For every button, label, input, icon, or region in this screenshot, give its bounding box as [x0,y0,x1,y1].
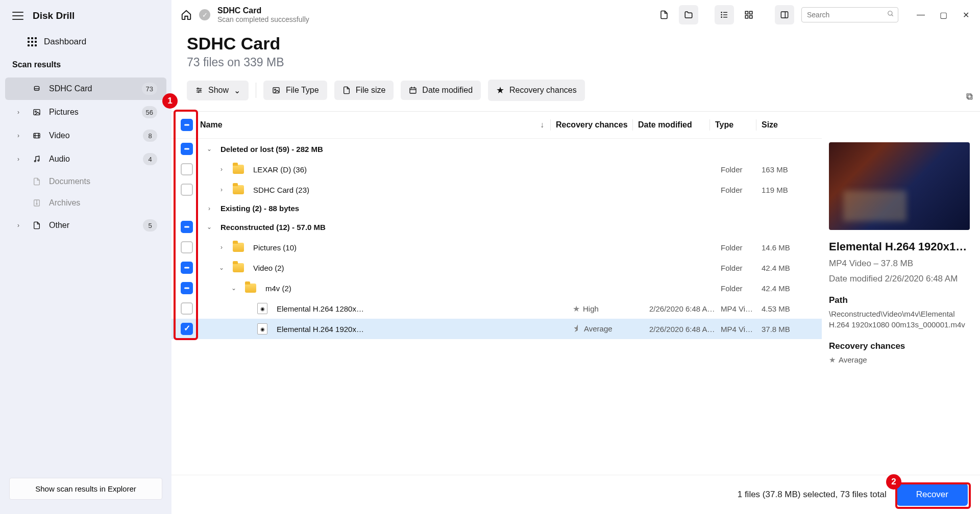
table-group-row[interactable]: ⌄Reconstructed (12) - 57.0 MB [172,217,822,237]
annotation-number-2: 2 [886,474,901,490]
sidebar-item-audio[interactable]: ›Audio4 [5,148,166,170]
table-group-row[interactable]: ⌄Deleted or lost (59) - 282 MB [172,139,822,159]
row-name: Elemental H.264 1920x… [277,325,364,333]
row-checkbox[interactable] [181,184,193,196]
filetype-filter-button[interactable]: File Type [263,81,327,100]
search-input[interactable] [801,7,898,22]
recovery-filter-button[interactable]: ★ Recovery chances [488,80,585,101]
svg-line-25 [892,15,893,16]
folder-view-icon[interactable] [679,5,698,24]
sidebar-item-count: 73 [142,83,157,95]
expand-toggle-icon[interactable]: ⌄ [229,285,239,292]
row-checkbox[interactable] [181,302,193,315]
row-name: Pictures (10) [253,243,297,252]
video-file-icon: ◉ [257,303,267,314]
col-date-header[interactable]: Date modified [638,120,709,130]
sidebar-item-label: SDHC Card [49,84,135,93]
window-minimize-icon[interactable]: — [916,10,926,20]
datemod-filter-button[interactable]: Date modified [401,81,481,100]
window-close-icon[interactable]: ✕ [961,10,971,20]
svg-point-30 [200,90,201,91]
select-all-checkbox[interactable] [181,119,193,131]
expand-toggle-icon[interactable]: › [204,205,214,212]
svg-rect-22 [781,12,788,18]
dashboard-label: Dashboard [44,37,86,47]
row-checkbox[interactable] [181,241,193,253]
sidebar-section-header: Scan results [0,56,172,76]
svg-point-8 [38,160,39,161]
list-view-icon[interactable] [715,5,734,24]
row-name: m4v (2) [265,284,291,293]
sidebar-item-sdhc-card[interactable]: SDHC Card73 [5,78,166,100]
panel-toggle-icon[interactable] [775,5,794,24]
row-checkbox[interactable] [181,323,193,335]
table-row[interactable]: ›Pictures (10)Folder14.6 MB [172,237,822,258]
table-row[interactable]: ›LEXAR (D) (36)Folder163 MB [172,159,822,179]
sidebar-item-label: Audio [49,155,136,164]
popout-icon[interactable]: ⧉ [966,91,973,102]
row-name: LEXAR (D) (36) [253,165,307,174]
sidebar-item-documents[interactable]: Documents [5,171,166,192]
table-row[interactable]: ◉Elemental H.264 1920x…⯨Average2/26/2020… [172,319,822,339]
video-file-icon: ◉ [257,323,267,335]
table-row[interactable]: ⌄m4v (2)Folder42.4 MB [172,278,822,298]
expand-toggle-icon[interactable]: ⌄ [204,145,214,152]
row-checkbox[interactable] [181,262,193,274]
sidebar-item-label: Other [49,221,136,230]
sidebar-item-archives[interactable]: Archives [5,193,166,213]
svg-point-33 [275,89,276,90]
preview-recovery-header: Recovery chances [829,341,970,351]
hamburger-icon[interactable] [12,12,23,20]
sidebar-item-label: Pictures [49,108,135,117]
sidebar-item-count: 56 [142,106,157,118]
window-maximize-icon[interactable]: ▢ [938,10,948,20]
preview-recovery: ★Average [829,354,970,365]
sidebar-item-dashboard[interactable]: Dashboard [0,31,172,56]
row-checkbox[interactable] [181,282,193,294]
sidebar-item-video[interactable]: ›Video8 [5,124,166,147]
search-field[interactable] [801,7,898,22]
col-size-header[interactable]: Size [762,120,813,130]
expand-toggle-icon[interactable]: ⌄ [204,223,214,230]
filesize-filter-button[interactable]: File size [334,81,394,100]
row-type: Folder [721,165,762,174]
table-row[interactable]: ⌄Video (2)Folder42.4 MB [172,258,822,278]
show-filter-button[interactable]: Show ⌄ [187,81,249,100]
svg-rect-19 [750,11,752,14]
svg-rect-1 [34,110,40,115]
chevron-down-icon: ⌄ [234,86,240,95]
table-row[interactable]: ◉Elemental H.264 1280x…★High2/26/2020 6:… [172,298,822,319]
col-name-header[interactable]: Name [200,120,223,130]
table-group-row[interactable]: ›Existing (2) - 88 bytes [172,200,822,217]
row-name: Reconstructed (12) - 57.0 MB [220,223,326,232]
sidebar-item-count: 4 [143,153,157,165]
col-recovery-header[interactable]: Recovery chances [556,120,632,130]
expand-toggle-icon[interactable]: ⌄ [216,264,227,271]
expand-toggle-icon[interactable]: › [216,166,227,173]
show-filter-label: Show [208,86,229,95]
drive-icon [32,85,42,93]
sidebar-item-pictures[interactable]: ›Pictures56 [5,101,166,123]
sidebar-item-count: 8 [143,130,157,142]
chevron-right-icon: › [17,109,24,116]
row-checkbox[interactable] [181,163,193,175]
home-icon[interactable] [181,9,192,20]
col-type-header[interactable]: Type [715,120,756,130]
chevron-right-icon: › [17,132,24,139]
table-row[interactable]: ›SDHC Card (23)Folder119 MB [172,179,822,200]
grid-view-icon[interactable] [739,5,758,24]
expand-toggle-icon[interactable]: › [216,186,227,193]
recover-button[interactable]: Recover [897,483,968,506]
top-bar: ✓ SDHC Card Scan completed successfully [172,0,980,30]
file-view-icon[interactable] [654,5,674,24]
selection-status: 1 files (37.8 MB) selected, 73 files tot… [738,490,887,500]
row-type: Folder [721,243,762,252]
sidebar-item-other[interactable]: ›Other5 [5,214,166,237]
sidebar-item-label: Video [49,131,136,140]
row-checkbox[interactable] [181,221,193,233]
svg-rect-18 [745,11,748,14]
show-in-explorer-button[interactable]: Show scan results in Explorer [9,478,162,500]
row-checkbox[interactable] [181,143,193,155]
row-type: Folder [721,186,762,194]
expand-toggle-icon[interactable]: › [216,244,227,251]
